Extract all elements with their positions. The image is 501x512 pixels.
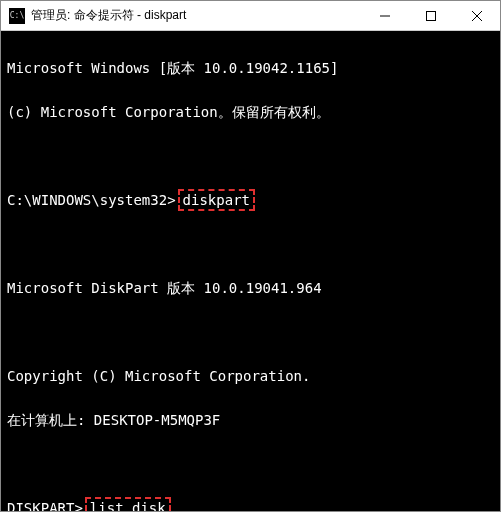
prompt-text: DISKPART> (7, 500, 83, 511)
maximize-button[interactable] (408, 1, 454, 30)
output-line: 在计算机上: DESKTOP-M5MQP3F (7, 409, 494, 431)
output-line (7, 233, 494, 255)
command-prompt-window: C:\ 管理员: 命令提示符 - diskpart Microsoft Win (0, 0, 501, 512)
cmd-icon: C:\ (9, 8, 25, 24)
svg-rect-1 (427, 11, 436, 20)
window-title: 管理员: 命令提示符 - diskpart (31, 7, 362, 24)
terminal-output[interactable]: Microsoft Windows [版本 10.0.19042.1165] (… (1, 31, 500, 511)
prompt-line: C:\WINDOWS\system32>diskpart (7, 189, 494, 211)
minimize-button[interactable] (362, 1, 408, 30)
close-icon (472, 11, 482, 21)
output-line (7, 321, 494, 343)
close-button[interactable] (454, 1, 500, 30)
output-line (7, 453, 494, 475)
highlighted-command: list disk (85, 497, 171, 511)
highlighted-command: diskpart (178, 189, 255, 211)
minimize-icon (380, 11, 390, 21)
output-line: (c) Microsoft Corporation。保留所有权利。 (7, 101, 494, 123)
titlebar[interactable]: C:\ 管理员: 命令提示符 - diskpart (1, 1, 500, 31)
output-line: Microsoft Windows [版本 10.0.19042.1165] (7, 57, 494, 79)
window-controls (362, 1, 500, 30)
output-line (7, 145, 494, 167)
output-line: Copyright (C) Microsoft Corporation. (7, 365, 494, 387)
prompt-line: DISKPART>list disk (7, 497, 494, 511)
output-line: Microsoft DiskPart 版本 10.0.19041.964 (7, 277, 494, 299)
maximize-icon (426, 11, 436, 21)
prompt-text: C:\WINDOWS\system32> (7, 192, 176, 208)
